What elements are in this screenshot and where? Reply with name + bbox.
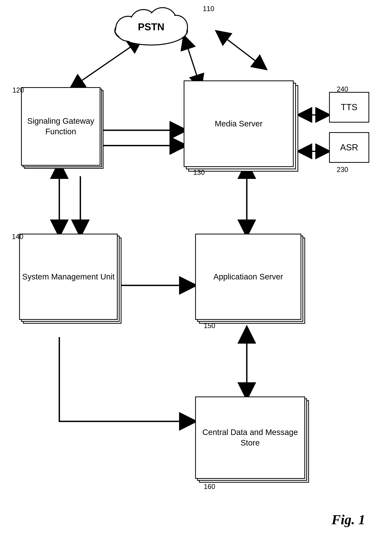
asr-box: ASR (329, 132, 369, 163)
tts-box: TTS (329, 92, 369, 123)
figure-label: Fig. 1 (331, 512, 365, 528)
svg-point-21 (166, 16, 187, 37)
ref-230: 230 (337, 166, 348, 174)
application-server-label: Applicatiaon Server (213, 272, 283, 282)
central-data-label: Central Data and Message Store (195, 427, 305, 448)
system-management-box: System Management Unit (19, 234, 119, 322)
pstn-cloud: PSTN (105, 6, 197, 48)
svg-line-0 (71, 46, 132, 88)
application-server-box: Applicatiaon Server (195, 234, 302, 322)
tts-label: TTS (341, 102, 358, 113)
signaling-gateway-label: Signaling Gateway Function (21, 116, 100, 137)
svg-line-2 (226, 38, 266, 69)
pstn-label: PSTN (138, 21, 165, 33)
asr-label: ASR (340, 142, 358, 153)
ref-150: 150 (204, 322, 215, 330)
ref-110: 110 (203, 5, 214, 13)
central-data-box: Central Data and Message Store (195, 396, 306, 481)
media-server-box: Media Server (184, 80, 295, 169)
ref-160: 160 (204, 483, 215, 491)
ref-130: 130 (193, 169, 205, 177)
signaling-gateway-box: Signaling Gateway Function (21, 87, 101, 168)
media-server-label: Media Server (215, 119, 263, 129)
system-management-label: System Management Unit (22, 272, 115, 282)
ref-240: 240 (337, 85, 348, 93)
diagram-container: PSTN 110 Signaling Gateway Function 120 … (0, 0, 392, 543)
